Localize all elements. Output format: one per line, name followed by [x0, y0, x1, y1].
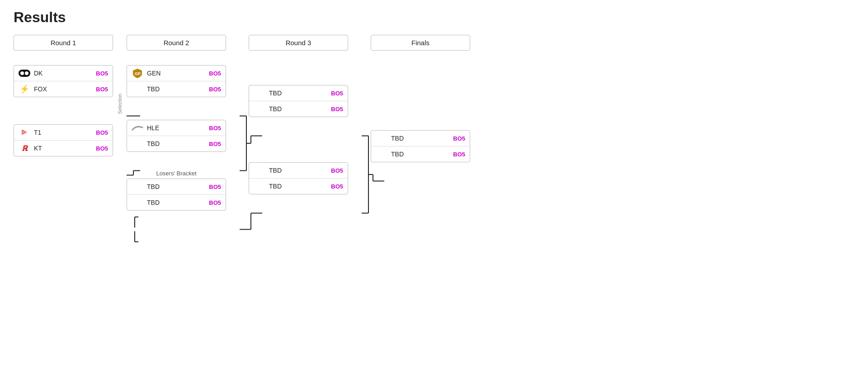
losers-bracket-label: Losers' Bracket [127, 170, 226, 177]
fm1-team2-name: TBD [391, 151, 449, 158]
r1-match2-row2: ℝ KT BO5 [14, 141, 113, 156]
r2m3-logo2 [132, 198, 143, 207]
fm1-logo2 [376, 149, 387, 159]
r2m2-row1: HLE BO5 [127, 120, 226, 136]
fm1-row1: TBD BO5 [371, 131, 470, 146]
fm1-team2-bo: BO5 [453, 151, 465, 158]
r3m2-team1-name: TBD [269, 167, 327, 174]
fm1-logo1 [376, 133, 387, 143]
round3-column: Round 3 TBD BO5 TBD BO5 [249, 35, 348, 194]
r2m1-row1: GP GEN BO5 [127, 66, 226, 81]
r2m3-team2-bo: BO5 [209, 199, 221, 206]
r2m1-team1-name: GEN [147, 70, 205, 77]
r3m1-logo1 [254, 88, 265, 98]
r1m1-team1-bo: BO5 [96, 70, 108, 77]
r3m1-logo2 [254, 104, 265, 114]
r3m2-team1-bo: BO5 [331, 167, 343, 174]
r1-match1-row1: DK BO5 [14, 66, 113, 81]
r2m3-team1-bo: BO5 [209, 184, 221, 190]
r1m1-team2-name: FOX [34, 85, 92, 93]
r2-upper-match2: HLE BO5 TBD BO5 [127, 120, 226, 152]
r2-lower-match1: TBD BO5 TBD BO5 [127, 179, 226, 211]
r2m2-team2-name: TBD [147, 140, 205, 147]
r3m2-row2: TBD BO5 [249, 179, 348, 194]
svg-text:GP: GP [135, 71, 141, 76]
fm1-team1-name: TBD [391, 135, 449, 142]
finals-match: TBD BO5 TBD BO5 [371, 130, 470, 162]
fm1-team1-bo: BO5 [453, 135, 465, 142]
kt-logo: ℝ [19, 143, 30, 153]
gen-logo: GP [132, 68, 143, 78]
r3m2-team2-name: TBD [269, 183, 327, 190]
r3m1-row2: TBD BO5 [249, 101, 348, 117]
r3m1-team2-name: TBD [269, 105, 327, 113]
r3m1-row1: TBD BO5 [249, 85, 348, 101]
hle-logo [132, 123, 143, 133]
r2m1-team1-bo: BO5 [209, 70, 221, 77]
r2-upper-match2-wrapper: HLE BO5 TBD BO5 [127, 120, 226, 152]
r1m2-team2-bo: BO5 [96, 145, 108, 152]
r2m1-logo2 [132, 84, 143, 94]
r2m2-team1-bo: BO5 [209, 125, 221, 132]
r1-match2-row1: ⫸ T1 BO5 [14, 125, 113, 141]
bracket-container: Round 1 DK BO5 ⚡ FOX BO5 [14, 35, 854, 211]
r3m1-team1-bo: BO5 [331, 90, 343, 97]
r2m3-team2-name: TBD [147, 199, 205, 206]
r2m1-team2-name: TBD [147, 85, 205, 93]
r2m2-team1-name: HLE [147, 124, 205, 132]
finals-match-wrapper: TBD BO5 TBD BO5 [371, 130, 470, 162]
r3m2-logo2 [254, 181, 265, 191]
r3m1-team2-bo: BO5 [331, 106, 343, 113]
fox-logo: ⚡ [19, 84, 30, 94]
r1m2-team2-name: KT [34, 145, 92, 152]
r2m1-row2: TBD BO5 [127, 81, 226, 97]
r2m2-logo2 [132, 139, 143, 149]
r3m2-logo1 [254, 165, 265, 175]
selection-label-col: Selection [113, 35, 127, 114]
finals-column: Finals TBD BO5 TBD BO5 [371, 35, 470, 162]
r2m2-row2: TBD BO5 [127, 136, 226, 151]
round3-header: Round 3 [249, 35, 348, 51]
r3m2-row1: TBD BO5 [249, 163, 348, 179]
page-title: Results [14, 9, 854, 26]
r3-lower-wrapper: TBD BO5 TBD BO5 [249, 162, 348, 194]
round1-column: Round 1 DK BO5 ⚡ FOX BO5 [14, 35, 113, 156]
round2-column: Round 2 GP GEN BO5 TBD BO5 [127, 35, 226, 211]
round1-header: Round 1 [14, 35, 113, 51]
r3-upper-wrapper: TBD BO5 TBD BO5 [249, 85, 348, 117]
dk-logo [19, 68, 30, 78]
r2m1-team2-bo: BO5 [209, 86, 221, 93]
r1-match2-wrapper: ⫸ T1 BO5 ℝ KT BO5 [14, 124, 113, 156]
r2m3-logo1 [132, 182, 143, 192]
r2-upper-match1: GP GEN BO5 TBD BO5 [127, 65, 226, 97]
r1-match1-row2: ⚡ FOX BO5 [14, 81, 113, 97]
r1m1-team1-name: DK [34, 70, 92, 77]
r1-match1: DK BO5 ⚡ FOX BO5 [14, 65, 113, 97]
r1-match1-wrapper: DK BO5 ⚡ FOX BO5 [14, 65, 113, 97]
r3-upper-match: TBD BO5 TBD BO5 [249, 85, 348, 117]
t1-logo: ⫸ [19, 127, 30, 137]
r3-lower-match: TBD BO5 TBD BO5 [249, 162, 348, 194]
r2m2-team2-bo: BO5 [209, 141, 221, 147]
r2m3-team1-name: TBD [147, 183, 205, 190]
fm1-row2: TBD BO5 [371, 146, 470, 162]
r1m2-team1-bo: BO5 [96, 129, 108, 136]
r3m1-team1-name: TBD [269, 89, 327, 97]
r2m3-row2: TBD BO5 [127, 195, 226, 210]
r2-upper-match1-wrapper: GP GEN BO5 TBD BO5 [127, 65, 226, 97]
round2-header: Round 2 [127, 35, 226, 51]
r1-match2: ⫸ T1 BO5 ℝ KT BO5 [14, 124, 113, 156]
selection-label: Selection [117, 94, 123, 114]
r2m3-row1: TBD BO5 [127, 179, 226, 195]
losers-bracket-section: Losers' Bracket TBD BO5 TBD BO5 [127, 170, 226, 211]
r3m2-team2-bo: BO5 [331, 183, 343, 190]
r1m1-team2-bo: BO5 [96, 86, 108, 93]
r1m2-team1-name: T1 [34, 129, 92, 136]
finals-header: Finals [371, 35, 470, 51]
